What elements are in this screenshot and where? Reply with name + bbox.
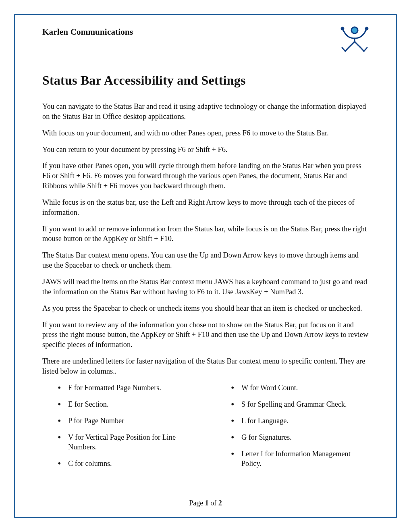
paragraph: You can navigate to the Status Bar and r… xyxy=(42,102,369,122)
document-body: You can navigate to the Status Bar and r… xyxy=(42,102,369,475)
paragraph: If you have other Panes open, you will c… xyxy=(42,161,369,191)
shortcut-list-left: F for Formatted Page Numbers. E for Sect… xyxy=(42,383,195,475)
list-item: S for Spelling and Grammar Check. xyxy=(231,399,369,409)
list-item: E for Section. xyxy=(58,399,195,409)
list-item: Letter I for Information Management Poli… xyxy=(231,449,369,468)
org-name: Karlen Communications xyxy=(42,27,133,37)
accessibility-person-icon xyxy=(340,25,369,54)
list-item: P for Page Number xyxy=(58,416,195,426)
paragraph: There are underlined letters for faster … xyxy=(42,356,369,376)
paragraph: JAWS will read the items on the Status B… xyxy=(42,277,369,297)
paragraph: While focus is on the status bar, use th… xyxy=(42,197,369,218)
list-item: C for columns. xyxy=(58,459,195,468)
list-item: V for Vertical Page Position for Line Nu… xyxy=(58,432,195,452)
list-item: L for Language. xyxy=(231,416,369,426)
page-footer: Page 1 of 2 xyxy=(42,493,369,508)
footer-prefix: Page xyxy=(189,499,205,507)
shortcut-columns: F for Formatted Page Numbers. E for Sect… xyxy=(42,383,369,475)
paragraph: With focus on your document, and with no… xyxy=(42,128,369,138)
list-item: G for Signatures. xyxy=(231,432,369,442)
document-title: Status Bar Accessibility and Settings xyxy=(42,73,369,88)
paragraph: The Status Bar context menu opens. You c… xyxy=(42,250,369,270)
paragraph: You can return to your document by press… xyxy=(42,145,369,155)
footer-of: of xyxy=(209,499,218,507)
svg-point-0 xyxy=(351,27,358,33)
list-item: W for Word Count. xyxy=(231,383,369,393)
list-item: F for Formatted Page Numbers. xyxy=(58,383,195,393)
paragraph: If you want to review any of the informa… xyxy=(42,320,369,350)
paragraph: If you want to add or remove information… xyxy=(42,224,369,244)
footer-total-pages: 2 xyxy=(218,499,222,507)
paragraph: As you press the Spacebar to check or un… xyxy=(42,303,369,314)
footer-current-page: 1 xyxy=(205,499,209,507)
shortcut-list-right: W for Word Count. S for Spelling and Gra… xyxy=(216,383,369,475)
